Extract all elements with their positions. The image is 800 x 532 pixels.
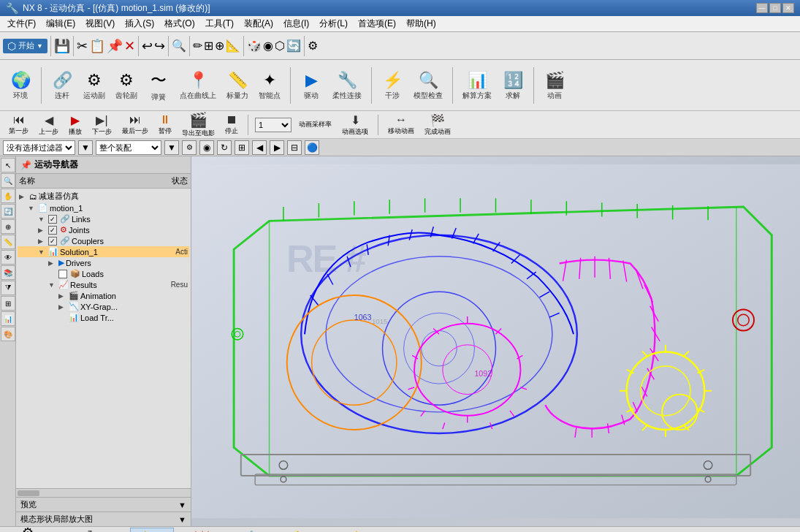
cmd-finder-button[interactable]: 🔍 (172, 39, 186, 53)
assembly-select[interactable]: 整个装配 (96, 140, 161, 155)
joint-button[interactable]: ⚙ 运动副 (80, 64, 109, 107)
wireframe-button[interactable]: ⬡ (275, 39, 285, 53)
menu-insert[interactable]: 插入(S) (121, 16, 159, 31)
section-tool[interactable]: ⊞ (1, 296, 15, 311)
menu-info[interactable]: 信息(I) (279, 16, 313, 31)
filter-icon4[interactable]: ⊞ (235, 140, 249, 155)
shade-button[interactable]: ◉ (263, 39, 273, 53)
preview2-expand-icon[interactable]: ▼ (178, 515, 186, 524)
redo-button[interactable]: ↪ (154, 38, 165, 54)
filter-icon6[interactable]: ▶ (270, 140, 284, 155)
joints-checkbox[interactable]: ✓ (48, 226, 57, 235)
relation-measure-button[interactable]: 📏 关系测量 (279, 528, 323, 532)
view-tool[interactable]: 👁 (1, 250, 15, 265)
nav-pin-icon[interactable]: 📌 (20, 160, 31, 170)
loads-checkbox[interactable] (58, 270, 67, 278)
filter-tool[interactable]: ⧩ (1, 281, 15, 295)
first-step-button[interactable]: ⏮ 第一步 (6, 112, 31, 137)
stop-button[interactable]: ⏹ 停止 (222, 112, 241, 137)
menu-analysis[interactable]: 分析(L) (315, 16, 352, 31)
interference-button[interactable]: ⚡ 干涉 (378, 64, 407, 107)
filter-select[interactable]: 没有选择过滤器 (3, 140, 75, 155)
filter-icon1[interactable]: ⚙ (182, 140, 197, 155)
tree-hscrollbar[interactable] (16, 488, 191, 497)
start-button[interactable]: ⬡ 开始 ▼ (3, 39, 47, 53)
view-cube-button[interactable]: 🎲 (247, 39, 262, 53)
filter-icon3[interactable]: ↻ (217, 140, 232, 155)
measure-tool[interactable]: 📏 (1, 235, 15, 249)
new-button[interactable]: 💾 (54, 38, 70, 54)
add-component-button[interactable]: ➕ 添加组件 (68, 528, 112, 532)
flexible-button[interactable]: 🔧 柔性连接 (329, 64, 365, 107)
render-tool[interactable]: 🎨 (1, 327, 15, 341)
prev-step-button[interactable]: ◀ 上一步 (36, 112, 61, 138)
model-check-button[interactable]: 🔍 模型检查 (410, 64, 446, 107)
pause-button[interactable]: ⏸ 暂停 (156, 112, 175, 137)
tree-node-couplers[interactable]: ▶ ✓ 🔗 Couplers (18, 235, 189, 246)
sketch-button[interactable]: ✏ (193, 39, 202, 53)
close-button[interactable]: ✕ (782, 3, 794, 13)
tree-node-load-trace[interactable]: 📊 Load Tr... (18, 312, 189, 323)
tree-node-loads[interactable]: 📦 Loads (18, 268, 189, 279)
orient-button[interactable]: 🔄 (286, 39, 301, 53)
menu-help[interactable]: 帮助(H) (402, 16, 441, 31)
point-on-curve-button[interactable]: 📍 点在曲线上 (176, 64, 220, 107)
next-step-button[interactable]: ▶| 下一步 (89, 112, 115, 138)
filter-icon7[interactable]: ⊟ (287, 140, 302, 155)
assembly-layout-button[interactable]: 📐 装配布置 (130, 528, 174, 532)
cut-button[interactable]: ✂ (77, 38, 88, 54)
anim-options-button[interactable]: ⬇ 动画选项 (339, 112, 371, 138)
pan-tool[interactable]: ✋ (1, 189, 15, 203)
tree-node-results[interactable]: ▼ 📈 Results Resu (18, 279, 189, 290)
tree-node-xy-graph[interactable]: ▶ 📉 XY-Grap... (18, 301, 189, 312)
filter-icon5[interactable]: ◀ (252, 140, 267, 155)
menu-preferences[interactable]: 首选项(E) (354, 16, 400, 31)
solve-button[interactable]: 🔢 求解 (498, 64, 527, 107)
menu-view[interactable]: 视图(V) (81, 16, 119, 31)
smartpoint-button[interactable]: ✦ 智能点 (255, 64, 284, 107)
paste-button[interactable]: 📌 (107, 38, 123, 54)
layer-tool[interactable]: 📚 (1, 265, 15, 280)
move-anim-button[interactable]: ↔ 移动动画 (385, 112, 417, 137)
link-button[interactable]: 🔗 连杆 (47, 64, 77, 107)
settings-button[interactable]: ⚙ (308, 39, 318, 53)
workpart-button[interactable]: ⚙ 设置工作部件 (6, 522, 50, 532)
delete-button[interactable]: ✕ (124, 38, 135, 54)
select-tool[interactable]: ↖ (1, 158, 15, 172)
menu-format[interactable]: 格式(O) (160, 16, 199, 31)
solution-button[interactable]: 📊 解算方案 (459, 64, 495, 107)
env-button[interactable]: 🌍 环境 (6, 64, 35, 107)
last-step-button[interactable]: ⏭ 最后一步 (119, 112, 151, 137)
links-checkbox[interactable]: ✓ (48, 215, 57, 224)
viewport[interactable]: 1063 1015 1092 RE # (191, 156, 800, 526)
anim-button[interactable]: 🎬 动画 (540, 64, 569, 107)
preview-expand-icon[interactable]: ▼ (178, 501, 186, 509)
view3d-button[interactable]: ⊞ (204, 39, 213, 53)
gear-button[interactable]: ⚙ 齿轮副 (112, 64, 141, 107)
finish-anim-button[interactable]: 🏁 完成动画 (422, 112, 454, 138)
driver-button[interactable]: ▶ 驱动 (297, 64, 326, 107)
maximize-button[interactable]: □ (769, 3, 781, 13)
nav-tree[interactable]: ▶ 🗂 减速器仿真 ▼ 📄 motion_1 ▼ ✓ 🔗 Links ▶ ✓ (16, 189, 191, 488)
assembly-dropdown-button[interactable]: ▼ (164, 140, 179, 155)
measure-button[interactable]: 📐 (226, 39, 240, 53)
section-button[interactable]: ⊕ (215, 39, 224, 53)
explode-view-button[interactable]: 💥 爆炸图 (180, 528, 224, 532)
filter-icon8[interactable]: 🔵 (305, 140, 319, 155)
tree-node-links[interactable]: ▼ ✓ 🔗 Links (18, 213, 189, 224)
undo-button[interactable]: ↩ (142, 38, 153, 54)
tree-node-root[interactable]: ▶ 🗂 减速器仿真 (18, 190, 189, 202)
filter-dropdown-button[interactable]: ▼ (78, 140, 93, 155)
sample-rate-select[interactable]: 1 2 5 10 (255, 118, 292, 132)
tree-node-animation[interactable]: ▶ 🎬 Animation (18, 290, 189, 301)
minimize-button[interactable]: — (756, 3, 768, 13)
rotate-tool[interactable]: 🔄 (1, 204, 15, 218)
assembly-seq-button[interactable]: 📋 装配序列 (229, 528, 273, 532)
tree-node-solution1[interactable]: ▼ 📊 Solution_1 Acti (18, 246, 189, 257)
tree-hscrollbar-thumb[interactable] (18, 490, 39, 496)
menu-tools[interactable]: 工具(T) (201, 16, 238, 31)
analysis-tool[interactable]: 📊 (1, 311, 15, 326)
tree-node-motion1[interactable]: ▼ 📄 motion_1 (18, 202, 189, 213)
play-button[interactable]: ▶ 播放 (66, 112, 85, 138)
menu-assembly[interactable]: 装配(A) (240, 16, 278, 31)
